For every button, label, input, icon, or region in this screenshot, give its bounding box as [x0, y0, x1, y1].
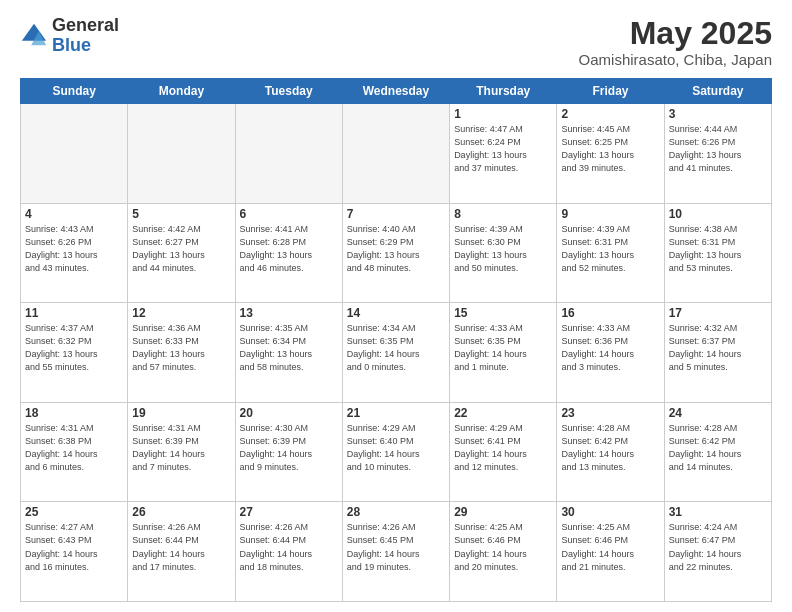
day-info: Sunrise: 4:42 AMSunset: 6:27 PMDaylight:…: [132, 223, 230, 275]
day-number: 2: [561, 107, 659, 121]
day-number: 19: [132, 406, 230, 420]
day-info: Sunrise: 4:37 AMSunset: 6:32 PMDaylight:…: [25, 322, 123, 374]
day-header-tuesday: Tuesday: [235, 79, 342, 104]
calendar-cell: 19Sunrise: 4:31 AMSunset: 6:39 PMDayligh…: [128, 402, 235, 502]
day-number: 14: [347, 306, 445, 320]
day-number: 21: [347, 406, 445, 420]
calendar-cell: 5Sunrise: 4:42 AMSunset: 6:27 PMDaylight…: [128, 203, 235, 303]
calendar-cell: [21, 104, 128, 204]
day-info: Sunrise: 4:47 AMSunset: 6:24 PMDaylight:…: [454, 123, 552, 175]
day-info: Sunrise: 4:27 AMSunset: 6:43 PMDaylight:…: [25, 521, 123, 573]
day-number: 1: [454, 107, 552, 121]
logo-icon: [20, 22, 48, 50]
calendar-cell: 1Sunrise: 4:47 AMSunset: 6:24 PMDaylight…: [450, 104, 557, 204]
day-info: Sunrise: 4:26 AMSunset: 6:44 PMDaylight:…: [132, 521, 230, 573]
day-info: Sunrise: 4:29 AMSunset: 6:40 PMDaylight:…: [347, 422, 445, 474]
calendar-cell: 3Sunrise: 4:44 AMSunset: 6:26 PMDaylight…: [664, 104, 771, 204]
day-info: Sunrise: 4:39 AMSunset: 6:31 PMDaylight:…: [561, 223, 659, 275]
calendar-cell: 26Sunrise: 4:26 AMSunset: 6:44 PMDayligh…: [128, 502, 235, 602]
day-number: 28: [347, 505, 445, 519]
day-number: 15: [454, 306, 552, 320]
day-info: Sunrise: 4:33 AMSunset: 6:35 PMDaylight:…: [454, 322, 552, 374]
day-number: 20: [240, 406, 338, 420]
day-info: Sunrise: 4:25 AMSunset: 6:46 PMDaylight:…: [561, 521, 659, 573]
calendar-cell: 20Sunrise: 4:30 AMSunset: 6:39 PMDayligh…: [235, 402, 342, 502]
day-number: 16: [561, 306, 659, 320]
day-number: 18: [25, 406, 123, 420]
day-number: 9: [561, 207, 659, 221]
calendar-cell: 7Sunrise: 4:40 AMSunset: 6:29 PMDaylight…: [342, 203, 449, 303]
calendar-cell: 8Sunrise: 4:39 AMSunset: 6:30 PMDaylight…: [450, 203, 557, 303]
day-number: 8: [454, 207, 552, 221]
title-block: May 2025 Oamishirasato, Chiba, Japan: [579, 16, 772, 68]
day-info: Sunrise: 4:41 AMSunset: 6:28 PMDaylight:…: [240, 223, 338, 275]
day-info: Sunrise: 4:36 AMSunset: 6:33 PMDaylight:…: [132, 322, 230, 374]
calendar-cell: 23Sunrise: 4:28 AMSunset: 6:42 PMDayligh…: [557, 402, 664, 502]
day-info: Sunrise: 4:30 AMSunset: 6:39 PMDaylight:…: [240, 422, 338, 474]
calendar-cell: [342, 104, 449, 204]
day-number: 11: [25, 306, 123, 320]
calendar-cell: 25Sunrise: 4:27 AMSunset: 6:43 PMDayligh…: [21, 502, 128, 602]
day-number: 22: [454, 406, 552, 420]
logo-blue: Blue: [52, 36, 119, 56]
day-number: 25: [25, 505, 123, 519]
day-number: 26: [132, 505, 230, 519]
day-number: 10: [669, 207, 767, 221]
day-number: 23: [561, 406, 659, 420]
calendar-cell: 28Sunrise: 4:26 AMSunset: 6:45 PMDayligh…: [342, 502, 449, 602]
calendar-cell: 6Sunrise: 4:41 AMSunset: 6:28 PMDaylight…: [235, 203, 342, 303]
calendar-cell: 29Sunrise: 4:25 AMSunset: 6:46 PMDayligh…: [450, 502, 557, 602]
calendar-cell: [235, 104, 342, 204]
day-info: Sunrise: 4:32 AMSunset: 6:37 PMDaylight:…: [669, 322, 767, 374]
calendar-row-1: 1Sunrise: 4:47 AMSunset: 6:24 PMDaylight…: [21, 104, 772, 204]
logo: General Blue: [20, 16, 119, 56]
calendar-cell: 12Sunrise: 4:36 AMSunset: 6:33 PMDayligh…: [128, 303, 235, 403]
calendar-cell: 27Sunrise: 4:26 AMSunset: 6:44 PMDayligh…: [235, 502, 342, 602]
calendar-cell: 17Sunrise: 4:32 AMSunset: 6:37 PMDayligh…: [664, 303, 771, 403]
day-info: Sunrise: 4:28 AMSunset: 6:42 PMDaylight:…: [561, 422, 659, 474]
calendar-table: SundayMondayTuesdayWednesdayThursdayFrid…: [20, 78, 772, 602]
day-info: Sunrise: 4:26 AMSunset: 6:45 PMDaylight:…: [347, 521, 445, 573]
day-info: Sunrise: 4:28 AMSunset: 6:42 PMDaylight:…: [669, 422, 767, 474]
calendar-row-2: 4Sunrise: 4:43 AMSunset: 6:26 PMDaylight…: [21, 203, 772, 303]
header: General Blue May 2025 Oamishirasato, Chi…: [20, 16, 772, 68]
day-number: 4: [25, 207, 123, 221]
header-row: SundayMondayTuesdayWednesdayThursdayFrid…: [21, 79, 772, 104]
day-number: 13: [240, 306, 338, 320]
calendar-cell: 9Sunrise: 4:39 AMSunset: 6:31 PMDaylight…: [557, 203, 664, 303]
day-info: Sunrise: 4:39 AMSunset: 6:30 PMDaylight:…: [454, 223, 552, 275]
calendar-row-4: 18Sunrise: 4:31 AMSunset: 6:38 PMDayligh…: [21, 402, 772, 502]
day-header-monday: Monday: [128, 79, 235, 104]
calendar-cell: 4Sunrise: 4:43 AMSunset: 6:26 PMDaylight…: [21, 203, 128, 303]
calendar-cell: 10Sunrise: 4:38 AMSunset: 6:31 PMDayligh…: [664, 203, 771, 303]
day-number: 17: [669, 306, 767, 320]
calendar-cell: 18Sunrise: 4:31 AMSunset: 6:38 PMDayligh…: [21, 402, 128, 502]
day-number: 24: [669, 406, 767, 420]
day-info: Sunrise: 4:31 AMSunset: 6:39 PMDaylight:…: [132, 422, 230, 474]
day-info: Sunrise: 4:29 AMSunset: 6:41 PMDaylight:…: [454, 422, 552, 474]
day-number: 29: [454, 505, 552, 519]
calendar-cell: 24Sunrise: 4:28 AMSunset: 6:42 PMDayligh…: [664, 402, 771, 502]
calendar-cell: 15Sunrise: 4:33 AMSunset: 6:35 PMDayligh…: [450, 303, 557, 403]
calendar-cell: 14Sunrise: 4:34 AMSunset: 6:35 PMDayligh…: [342, 303, 449, 403]
calendar-cell: 11Sunrise: 4:37 AMSunset: 6:32 PMDayligh…: [21, 303, 128, 403]
day-info: Sunrise: 4:40 AMSunset: 6:29 PMDaylight:…: [347, 223, 445, 275]
day-info: Sunrise: 4:26 AMSunset: 6:44 PMDaylight:…: [240, 521, 338, 573]
day-info: Sunrise: 4:34 AMSunset: 6:35 PMDaylight:…: [347, 322, 445, 374]
day-header-sunday: Sunday: [21, 79, 128, 104]
day-header-wednesday: Wednesday: [342, 79, 449, 104]
day-number: 3: [669, 107, 767, 121]
logo-text: General Blue: [52, 16, 119, 56]
calendar-row-5: 25Sunrise: 4:27 AMSunset: 6:43 PMDayligh…: [21, 502, 772, 602]
day-info: Sunrise: 4:35 AMSunset: 6:34 PMDaylight:…: [240, 322, 338, 374]
day-number: 27: [240, 505, 338, 519]
day-header-friday: Friday: [557, 79, 664, 104]
calendar-cell: 31Sunrise: 4:24 AMSunset: 6:47 PMDayligh…: [664, 502, 771, 602]
day-info: Sunrise: 4:33 AMSunset: 6:36 PMDaylight:…: [561, 322, 659, 374]
calendar-row-3: 11Sunrise: 4:37 AMSunset: 6:32 PMDayligh…: [21, 303, 772, 403]
calendar-cell: 30Sunrise: 4:25 AMSunset: 6:46 PMDayligh…: [557, 502, 664, 602]
day-number: 5: [132, 207, 230, 221]
page-container: General Blue May 2025 Oamishirasato, Chi…: [0, 0, 792, 612]
calendar-cell: [128, 104, 235, 204]
day-header-thursday: Thursday: [450, 79, 557, 104]
